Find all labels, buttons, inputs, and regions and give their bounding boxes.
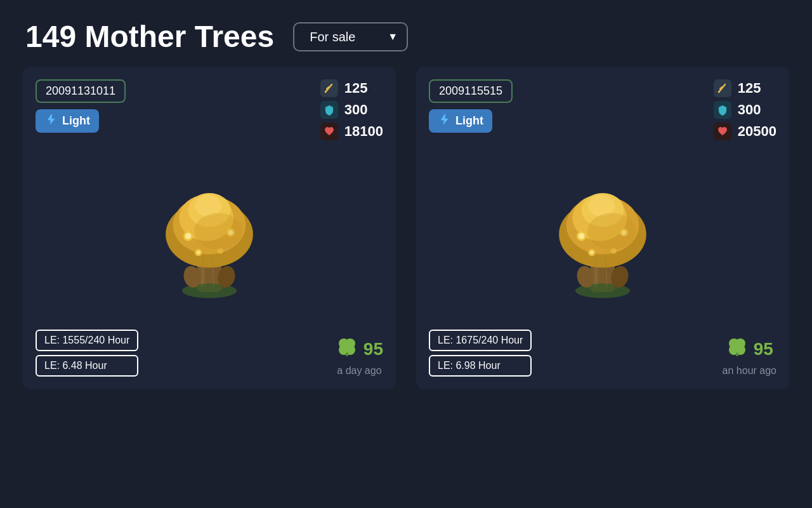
stat-hp: 18100 — [320, 123, 383, 140]
lightning-icon — [44, 113, 57, 129]
card-1-score-row: 95 — [336, 335, 383, 363]
svg-point-51 — [587, 213, 636, 250]
card-1-score: 95 a day ago — [336, 335, 383, 377]
filter-dropdown[interactable]: For sale All Not for sale — [293, 22, 408, 51]
card-1-stats: 125 300 18100 — [320, 79, 383, 140]
clover-icon-2 — [726, 335, 749, 363]
cards-container: 20091131011 Light — [0, 67, 812, 389]
card-2: 2009115515 Light — [416, 67, 789, 389]
svg-rect-29 — [346, 352, 348, 356]
card-2-le-info: LE: 1675/240 Hour LE: 6.98 Hour — [429, 330, 532, 377]
card-1-le-info: LE: 1555/240 Hour LE: 6.48 Hour — [36, 330, 138, 377]
stat-defense-2: 300 — [714, 101, 761, 119]
card-2-affinity: Light — [429, 109, 492, 133]
card-2-score-row: 95 — [726, 335, 773, 363]
svg-point-45 — [579, 233, 585, 239]
svg-point-32 — [718, 91, 720, 93]
card-2-le1: LE: 1675/240 Hour — [429, 330, 532, 351]
card-1-id: 20091131011 — [36, 79, 126, 103]
card-1-affinity: Light — [36, 109, 99, 133]
card-1: 20091131011 Light — [23, 67, 396, 389]
svg-point-2 — [325, 91, 327, 93]
sword-icon-2 — [714, 79, 731, 97]
card-2-time-ago: an hour ago — [723, 365, 776, 377]
card-1-le1: LE: 1555/240 Hour — [36, 330, 138, 351]
stat-attack: 125 — [320, 79, 368, 97]
card-1-score-value: 95 — [363, 339, 383, 359]
stat-attack-2: 125 — [714, 79, 761, 97]
svg-point-15 — [185, 233, 192, 239]
shield-icon — [320, 101, 338, 119]
card-1-tree-image — [36, 145, 383, 323]
svg-rect-59 — [736, 352, 738, 356]
card-2-stats: 125 300 20500 — [714, 79, 776, 140]
card-2-score: 95 an hour ago — [723, 335, 776, 377]
svg-point-21 — [194, 213, 243, 250]
lightning-icon-2 — [438, 113, 450, 129]
svg-line-0 — [325, 84, 332, 92]
card-1-header: 20091131011 Light — [36, 79, 383, 140]
heart-icon-2 — [714, 123, 731, 140]
filter-dropdown-wrapper[interactable]: For sale All Not for sale ▼ — [293, 22, 408, 51]
svg-point-49 — [590, 251, 594, 255]
svg-line-30 — [719, 84, 725, 92]
card-1-time-ago: a day ago — [337, 365, 381, 377]
sword-icon — [320, 79, 338, 97]
stat-defense: 300 — [320, 101, 368, 119]
page-title: 149 Mother Trees — [25, 19, 274, 54]
card-2-footer: LE: 1675/240 Hour LE: 6.98 Hour — [429, 330, 776, 377]
svg-point-19 — [197, 251, 200, 255]
card-2-score-value: 95 — [754, 339, 773, 359]
svg-point-58 — [734, 344, 740, 350]
card-2-le2: LE: 6.98 Hour — [429, 355, 532, 377]
shield-icon-2 — [714, 101, 731, 119]
card-2-id: 2009115515 — [429, 79, 513, 103]
heart-icon — [320, 123, 338, 140]
card-1-le2: LE: 6.48 Hour — [36, 355, 138, 377]
card-1-footer: LE: 1555/240 Hour LE: 6.48 Hour — [36, 330, 383, 377]
card-2-header: 2009115515 Light — [429, 79, 776, 140]
page-header: 149 Mother Trees For sale All Not for sa… — [0, 0, 812, 67]
card-2-tree-image — [429, 145, 776, 323]
svg-point-28 — [344, 344, 350, 350]
clover-icon-1 — [336, 335, 358, 363]
stat-hp-2: 20500 — [714, 123, 776, 140]
